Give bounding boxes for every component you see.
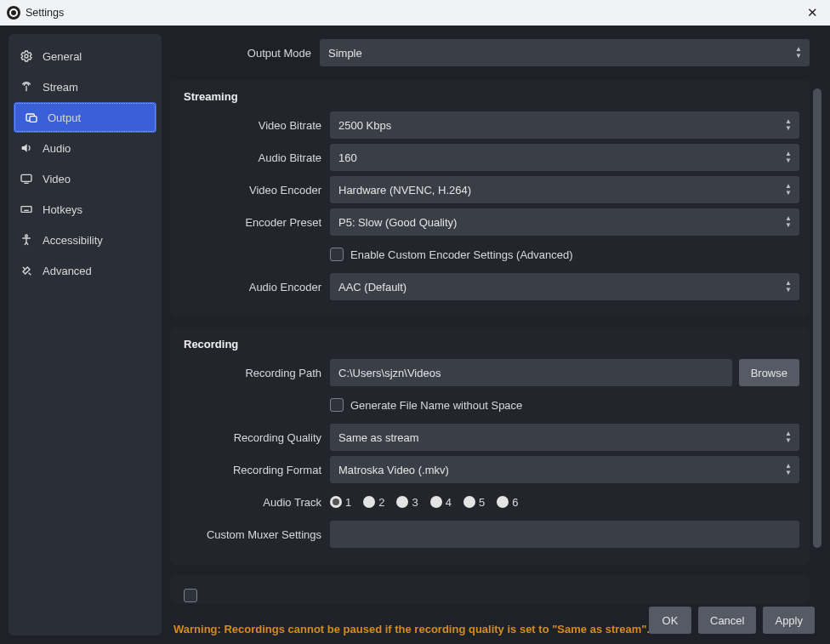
sidebar: General Stream Output Audio Video Hotkey…	[9, 34, 162, 635]
browse-button[interactable]: Browse	[739, 359, 799, 386]
encoder-preset-select[interactable]: P5: Slow (Good Quality) ▲▼	[330, 208, 799, 236]
scrollbar-thumb[interactable]	[813, 88, 821, 548]
close-icon[interactable]: ✕	[802, 5, 823, 20]
video-encoder-value: Hardware (NVENC, H.264)	[338, 184, 471, 197]
audio-track-radios: 1 2 3 4 5 6	[330, 488, 799, 516]
encoder-preset-label: Encoder Preset	[180, 216, 330, 229]
updown-icon: ▲▼	[781, 212, 796, 232]
next-group-cutoff	[170, 575, 810, 604]
audio-bitrate-select[interactable]: 160 ▲▼	[330, 144, 799, 171]
muxer-label: Custom Muxer Settings	[180, 528, 330, 541]
keyboard-icon	[19, 202, 34, 217]
audio-encoder-select[interactable]: AAC (Default) ▲▼	[330, 273, 799, 300]
recording-path-input[interactable]	[330, 359, 732, 386]
audio-encoder-label: Audio Encoder	[180, 281, 330, 294]
audio-track-radio-3[interactable]: 3	[396, 496, 418, 509]
sidebar-item-accessibility[interactable]: Accessibility	[9, 225, 162, 255]
recording-title: Recording	[180, 338, 799, 350]
updown-icon[interactable]: ▲▼	[781, 115, 796, 135]
ok-button[interactable]: OK	[649, 607, 691, 634]
svg-rect-6	[21, 207, 31, 213]
antenna-icon	[19, 79, 34, 94]
checkbox-icon[interactable]	[184, 589, 197, 602]
main-panel: Output Mode Simple ▲▼ Streaming Video Bi…	[162, 26, 830, 644]
tools-icon	[19, 263, 34, 278]
recording-quality-select[interactable]: Same as stream ▲▼	[330, 424, 799, 451]
svg-rect-3	[30, 117, 37, 123]
recording-path-label: Recording Path	[180, 367, 330, 379]
updown-icon: ▲▼	[781, 180, 796, 200]
dialog-buttons: OK Cancel Apply	[649, 607, 815, 634]
svg-point-13	[26, 235, 28, 237]
muxer-input[interactable]	[330, 521, 799, 548]
encoder-preset-value: P5: Slow (Good Quality)	[338, 216, 457, 229]
streaming-group: Streaming Video Bitrate 2500 Kbps ▲▼ Aud…	[170, 80, 810, 317]
apply-button[interactable]: Apply	[763, 607, 815, 634]
output-mode-select[interactable]: Simple ▲▼	[320, 39, 810, 66]
sidebar-item-label: Video	[43, 173, 71, 185]
window-title: Settings	[26, 7, 802, 19]
custom-encoder-checkbox-row[interactable]: Enable Custom Encoder Settings (Advanced…	[330, 241, 799, 268]
titlebar: Settings ✕	[0, 0, 830, 26]
updown-icon: ▲▼	[791, 43, 806, 63]
recording-quality-label: Recording Quality	[180, 431, 330, 444]
audio-bitrate-value: 160	[338, 151, 357, 164]
sidebar-item-label: Stream	[43, 81, 78, 94]
audio-track-radio-4[interactable]: 4	[430, 496, 452, 509]
sidebar-item-label: Output	[48, 111, 81, 124]
sidebar-item-label: Audio	[43, 142, 71, 155]
muxer-field[interactable]	[338, 521, 791, 548]
video-bitrate-label: Video Bitrate	[180, 119, 330, 132]
audio-track-radio-1[interactable]: 1	[330, 496, 351, 509]
svg-rect-4	[21, 174, 31, 181]
sidebar-item-hotkeys[interactable]: Hotkeys	[9, 194, 162, 225]
output-mode-value: Simple	[328, 47, 362, 60]
recording-group: Recording Recording Path Browse	[170, 328, 810, 565]
sidebar-item-label: Accessibility	[43, 234, 103, 247]
sidebar-item-stream[interactable]: Stream	[9, 71, 162, 102]
accessibility-icon	[19, 232, 34, 248]
audio-track-radio-5[interactable]: 5	[463, 496, 485, 509]
sidebar-item-label: General	[43, 50, 82, 63]
output-mode-row: Output Mode Simple ▲▼	[170, 34, 810, 75]
filename-nospace-checkbox-row[interactable]: Generate File Name without Space	[330, 391, 799, 419]
video-encoder-select[interactable]: Hardware (NVENC, H.264) ▲▼	[330, 176, 799, 203]
custom-encoder-label: Enable Custom Encoder Settings (Advanced…	[350, 248, 573, 261]
streaming-title: Streaming	[180, 90, 799, 103]
monitor-icon	[19, 171, 34, 186]
updown-icon: ▲▼	[781, 427, 796, 447]
sidebar-item-audio[interactable]: Audio	[9, 133, 162, 163]
video-bitrate-value: 2500 Kbps	[338, 119, 391, 132]
recording-format-select[interactable]: Matroska Video (.mkv) ▲▼	[330, 456, 799, 483]
recording-quality-value: Same as stream	[338, 431, 419, 444]
audio-bitrate-label: Audio Bitrate	[180, 151, 330, 164]
audio-track-radio-2[interactable]: 2	[363, 496, 384, 509]
updown-icon: ▲▼	[781, 276, 796, 297]
sidebar-item-advanced[interactable]: Advanced	[9, 255, 162, 286]
cancel-button[interactable]: Cancel	[698, 607, 756, 634]
sidebar-item-general[interactable]: General	[9, 41, 162, 71]
sidebar-item-output[interactable]: Output	[14, 102, 156, 133]
sidebar-item-label: Advanced	[43, 265, 92, 277]
checkbox-icon[interactable]	[330, 248, 344, 261]
svg-point-0	[25, 54, 28, 58]
sidebar-item-video[interactable]: Video	[9, 163, 162, 194]
updown-icon: ▲▼	[781, 459, 796, 480]
recording-format-value: Matroska Video (.mkv)	[338, 464, 449, 476]
audio-encoder-value: AAC (Default)	[338, 281, 406, 294]
recording-format-label: Recording Format	[180, 464, 330, 476]
scrollbar[interactable]	[813, 88, 821, 613]
speaker-icon	[19, 140, 34, 156]
sidebar-item-label: Hotkeys	[43, 203, 82, 216]
updown-icon: ▲▼	[781, 147, 796, 168]
filename-nospace-label: Generate File Name without Space	[350, 399, 522, 412]
gear-icon	[19, 48, 34, 64]
video-bitrate-input[interactable]: 2500 Kbps ▲▼	[330, 111, 799, 139]
output-icon	[24, 110, 39, 125]
checkbox-icon[interactable]	[330, 398, 344, 412]
audio-track-label: Audio Track	[180, 496, 330, 509]
app-icon	[7, 6, 20, 20]
recording-path-field[interactable]	[338, 359, 724, 386]
video-encoder-label: Video Encoder	[180, 184, 330, 197]
audio-track-radio-6[interactable]: 6	[497, 496, 518, 509]
